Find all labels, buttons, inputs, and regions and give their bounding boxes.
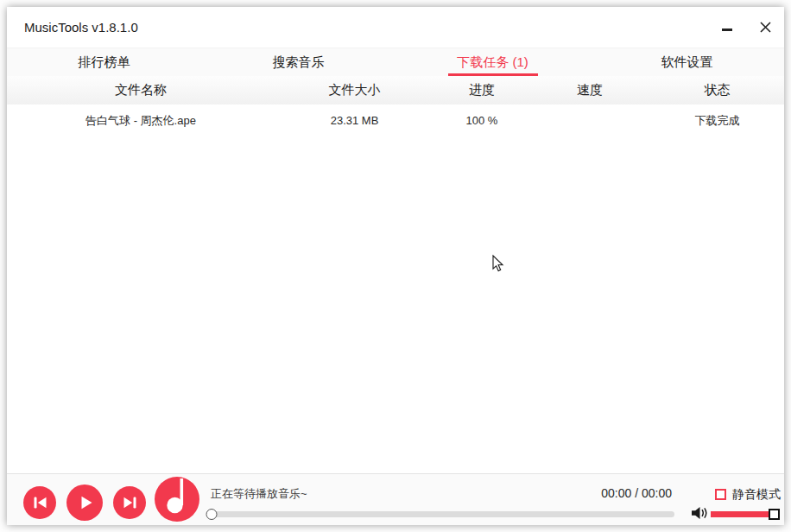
minimize-icon	[722, 28, 732, 31]
tab-label: 软件设置	[661, 54, 713, 71]
window-controls	[708, 7, 784, 48]
tab-downloads[interactable]: 下载任务 (1)	[396, 48, 590, 76]
column-header-status: 状态	[650, 82, 784, 98]
speaker-icon[interactable]	[691, 505, 708, 521]
titlebar: MusicTools v1.8.1.0	[7, 7, 784, 48]
skip-back-icon	[34, 497, 47, 509]
column-header-filesize: 文件大小	[275, 82, 434, 98]
app-logo	[155, 477, 199, 522]
tab-ranking[interactable]: 排行榜单	[7, 48, 201, 76]
mute-checkbox[interactable]	[715, 489, 726, 500]
column-header-filename: 文件名称	[7, 82, 275, 98]
player-bar: 正在等待播放音乐~ 00:00 / 00:00 静音模式	[7, 473, 784, 525]
previous-track-button[interactable]	[23, 486, 56, 519]
tabbar: 排行榜单 搜索音乐 下载任务 (1) 软件设置	[7, 48, 784, 76]
playback-progress-slider[interactable]	[212, 509, 674, 520]
download-list: 告白气球 - 周杰伦.ape 23.31 MB 100 % 下载完成	[7, 104, 784, 473]
skip-forward-icon	[123, 497, 136, 509]
music-note-icon	[155, 477, 199, 522]
cell-filesize: 23.31 MB	[275, 114, 434, 127]
play-icon	[79, 496, 93, 510]
close-button[interactable]	[746, 7, 784, 48]
mute-label: 静音模式	[732, 487, 781, 503]
cell-status: 下载完成	[650, 113, 784, 129]
player-status-text: 正在等待播放音乐~	[211, 486, 307, 502]
table-header: 文件名称 文件大小 进度 速度 状态	[7, 76, 784, 104]
column-header-progress: 进度	[434, 82, 529, 98]
cell-progress: 100 %	[434, 114, 529, 127]
playback-time: 00:00 / 00:00	[601, 486, 672, 500]
play-button[interactable]	[66, 484, 103, 521]
tab-settings[interactable]: 软件设置	[590, 48, 784, 76]
progress-track	[212, 511, 674, 517]
tab-label: 下载任务 (1)	[457, 54, 528, 71]
tab-label: 搜索音乐	[273, 54, 325, 71]
app-window: MusicTools v1.8.1.0 排行榜单 搜索音乐	[7, 7, 784, 525]
volume-slider[interactable]	[711, 509, 778, 520]
screen: MusicTools v1.8.1.0 排行榜单 搜索音乐	[0, 0, 791, 532]
window-title: MusicTools v1.8.1.0	[24, 20, 138, 35]
tab-search[interactable]: 搜索音乐	[201, 48, 396, 76]
minimize-button[interactable]	[708, 7, 746, 48]
progress-thumb[interactable]	[206, 509, 218, 520]
column-header-speed: 速度	[529, 82, 650, 98]
download-row[interactable]: 告白气球 - 周杰伦.ape 23.31 MB 100 % 下载完成	[7, 104, 784, 136]
close-icon	[760, 22, 771, 33]
volume-thumb[interactable]	[769, 509, 780, 520]
cell-filename: 告白气球 - 周杰伦.ape	[7, 113, 275, 129]
next-track-button[interactable]	[113, 486, 146, 519]
tab-label: 排行榜单	[79, 54, 130, 71]
